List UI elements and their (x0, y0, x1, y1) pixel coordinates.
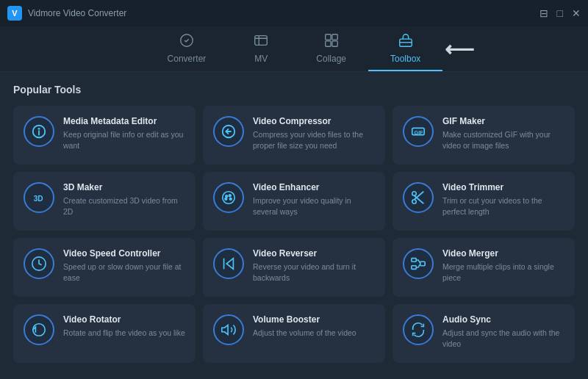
info-icon (24, 116, 54, 147)
svg-rect-1 (255, 36, 268, 46)
tab-converter[interactable]: Converter (146, 26, 229, 71)
tool-name-video-reverser: Video Reverser (253, 248, 375, 259)
tool-name-media-metadata-editor: Media Metadata Editor (63, 116, 185, 126)
tab-collage-label: Collage (316, 54, 346, 64)
tool-card-3d-maker[interactable]: 3D 3D Maker Create customized 3D video f… (13, 172, 196, 231)
svg-rect-25 (412, 259, 416, 262)
tool-info-video-speed-controller: Video Speed Controller Speed up or slow … (63, 248, 185, 284)
tool-name-gif-maker: GIF Maker (442, 116, 564, 126)
app-title: Vidmore Video Converter (28, 8, 126, 18)
tool-card-gif-maker[interactable]: GIF GIF Maker Make customized GIF with y… (392, 106, 575, 165)
tool-info-3d-maker: 3D Maker Create customized 3D video from… (63, 182, 185, 217)
tool-desc-video-rotator: Rotate and flip the video as you like (63, 328, 185, 339)
arrow-indicator: ⟵ (445, 37, 474, 61)
tool-desc-video-trimmer: Trim or cut your videos to the perfect l… (442, 195, 564, 217)
speed-icon (24, 248, 54, 279)
tool-desc-gif-maker: Make customized GIF with your video or i… (442, 129, 564, 151)
svg-point-17 (225, 198, 227, 200)
tool-name-video-compressor: Video Compressor (253, 116, 375, 126)
gif-icon: GIF (403, 116, 434, 147)
compress-icon (213, 116, 244, 147)
tool-desc-volume-booster: Adjust the volume of the video (253, 328, 375, 339)
palette-icon (213, 182, 244, 213)
tool-info-gif-maker: GIF Maker Make customized GIF with your … (442, 116, 564, 151)
tool-desc-video-merger: Merge multiple clips into a single piece (442, 261, 564, 283)
tool-desc-media-metadata-editor: Keep original file info or edit as you w… (63, 129, 185, 151)
tool-name-audio-sync: Audio Sync (442, 314, 564, 325)
tool-card-video-enhancer[interactable]: Video Enhancer Improve your video qualit… (203, 172, 385, 231)
svg-marker-28 (222, 325, 228, 335)
tool-name-video-trimmer: Video Trimmer (442, 182, 564, 192)
tool-card-video-trimmer[interactable]: Video Trimmer Trim or cut your videos to… (392, 172, 575, 231)
tool-card-video-merger[interactable]: Video Merger Merge multiple clips into a… (392, 238, 575, 297)
tool-card-video-rotator[interactable]: Video Rotator Rotate and flip the video … (13, 304, 196, 363)
tool-info-video-trimmer: Video Trimmer Trim or cut your videos to… (442, 182, 564, 217)
trim-icon (403, 182, 434, 213)
rotate-icon (24, 314, 54, 345)
close-button[interactable]: ✕ (572, 7, 581, 19)
svg-marker-23 (226, 259, 233, 270)
svg-point-19 (412, 200, 417, 204)
tools-grid: Media Metadata Editor Keep original file… (13, 106, 575, 363)
tab-converter-label: Converter (168, 54, 207, 64)
tool-info-volume-booster: Volume Booster Adjust the volume of the … (253, 314, 375, 339)
tool-desc-3d-maker: Create customized 3D video from 2D (63, 195, 185, 217)
tab-collage[interactable]: Collage (294, 26, 368, 71)
window-controls[interactable]: ⊟ □ ✕ (539, 7, 581, 19)
tool-info-video-enhancer: Video Enhancer Improve your video qualit… (253, 182, 375, 217)
svg-text:3D: 3D (34, 195, 43, 203)
tool-card-video-compressor[interactable]: Video Compressor Compress your video fil… (203, 106, 385, 165)
tool-info-video-merger: Video Merger Merge multiple clips into a… (442, 248, 564, 284)
tool-desc-video-enhancer: Improve your video quality in several wa… (253, 195, 375, 217)
tool-info-video-compressor: Video Compressor Compress your video fil… (253, 116, 375, 151)
svg-rect-4 (325, 41, 330, 46)
nav-tabs: Converter MV Collage (0, 26, 588, 72)
toolbox-icon (398, 32, 414, 51)
main-content: Popular Tools Media Metadata Editor Keep… (0, 72, 588, 373)
volume-icon (213, 314, 244, 345)
svg-rect-27 (420, 261, 425, 266)
tool-card-media-metadata-editor[interactable]: Media Metadata Editor Keep original file… (13, 106, 196, 165)
tool-name-3d-maker: 3D Maker (63, 182, 185, 192)
title-bar: V Vidmore Video Converter ⊟ □ ✕ (0, 0, 588, 26)
section-title: Popular Tools (13, 84, 575, 95)
3d-icon: 3D (24, 182, 54, 213)
tab-mv[interactable]: MV (228, 26, 294, 71)
svg-rect-26 (412, 266, 416, 270)
converter-icon (179, 32, 195, 51)
tool-name-video-rotator: Video Rotator (63, 314, 185, 325)
svg-point-18 (229, 198, 232, 200)
maximize-button[interactable]: □ (557, 7, 563, 19)
merge-icon (403, 248, 434, 279)
minimize-button[interactable]: ⊟ (539, 7, 548, 19)
tool-info-media-metadata-editor: Media Metadata Editor Keep original file… (63, 116, 185, 151)
mv-icon (253, 32, 269, 51)
app-icon: V (7, 6, 22, 21)
svg-point-20 (412, 192, 417, 196)
tool-card-volume-booster[interactable]: Volume Booster Adjust the volume of the … (203, 304, 385, 363)
tool-desc-video-compressor: Compress your video files to the proper … (253, 129, 375, 151)
tool-desc-audio-sync: Adjust and sync the audio with the video (442, 328, 564, 349)
title-bar-left: V Vidmore Video Converter (7, 6, 126, 21)
tool-name-video-enhancer: Video Enhancer (253, 182, 375, 192)
tool-desc-video-speed-controller: Speed up or slow down your file at ease (63, 261, 185, 283)
tool-desc-video-reverser: Reverse your video and turn it backwards (253, 261, 375, 283)
tool-card-audio-sync[interactable]: Audio Sync Adjust and sync the audio wit… (392, 304, 575, 363)
svg-point-16 (229, 195, 231, 197)
svg-rect-3 (332, 35, 337, 40)
tool-info-audio-sync: Audio Sync Adjust and sync the audio wit… (442, 314, 564, 350)
svg-point-15 (226, 195, 228, 198)
tool-card-video-speed-controller[interactable]: Video Speed Controller Speed up or slow … (13, 238, 196, 297)
svg-text:GIF: GIF (415, 129, 424, 136)
tool-name-video-speed-controller: Video Speed Controller (63, 248, 185, 259)
tab-toolbox-label: Toolbox (390, 54, 420, 64)
tool-name-video-merger: Video Merger (442, 248, 564, 259)
svg-point-14 (223, 192, 235, 204)
reverse-icon (213, 248, 244, 279)
svg-rect-5 (332, 41, 337, 46)
svg-rect-2 (325, 35, 330, 40)
tool-info-video-rotator: Video Rotator Rotate and flip the video … (63, 314, 185, 339)
tab-toolbox[interactable]: Toolbox (368, 26, 442, 71)
collage-icon (323, 32, 340, 51)
tool-card-video-reverser[interactable]: Video Reverser Reverse your video and tu… (203, 238, 385, 297)
